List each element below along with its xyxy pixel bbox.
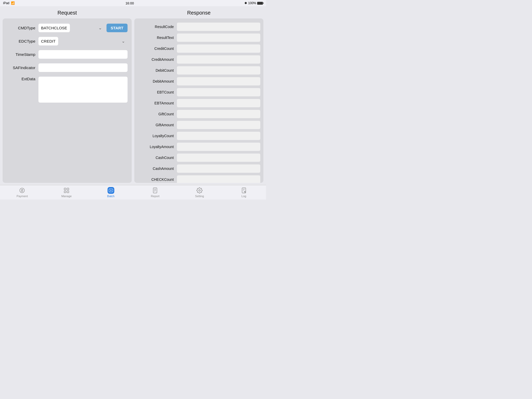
timestamp-row: TimeStamp xyxy=(7,50,128,59)
payment-icon xyxy=(19,187,25,194)
response-row: GiftCount xyxy=(137,110,260,118)
response-row: GiftAmount xyxy=(137,121,260,129)
response-label-giftcount: GiftCount xyxy=(137,112,174,116)
timestamp-label: TimeStamp xyxy=(7,52,35,57)
edctype-select-wrapper: CREDIT xyxy=(38,37,128,45)
response-field-resulttext[interactable] xyxy=(177,34,260,42)
request-title: Request xyxy=(3,8,132,18)
response-label-debitamount: DebitAmount xyxy=(137,79,174,83)
tab-log-label: Log xyxy=(242,195,246,198)
response-field-loyaltyamount[interactable] xyxy=(177,143,260,151)
svg-rect-3 xyxy=(64,191,66,193)
start-button[interactable]: START xyxy=(107,24,128,32)
cmdtype-controls: BATCHCLOSE START xyxy=(38,24,128,32)
response-row: LoyaltyAmount xyxy=(137,143,260,151)
response-row: CreditAmount xyxy=(137,55,260,64)
manage-icon xyxy=(63,187,70,194)
response-panel: Response ResultCodeResultTextCreditCount… xyxy=(134,8,263,183)
tab-setting[interactable]: Setting xyxy=(177,187,222,198)
response-field-ebtamount[interactable] xyxy=(177,99,260,107)
response-card: ResultCodeResultTextCreditCountCreditAmo… xyxy=(134,18,263,183)
svg-rect-1 xyxy=(64,188,66,190)
response-row: LoyaltyCount xyxy=(137,132,260,140)
tab-setting-label: Setting xyxy=(195,195,204,198)
response-field-debitamount[interactable] xyxy=(177,77,260,85)
extdata-row: ExtData xyxy=(7,77,128,103)
response-field-giftcount[interactable] xyxy=(177,110,260,118)
response-row: CreditCount xyxy=(137,44,260,53)
response-field-checkcount[interactable] xyxy=(177,175,260,183)
response-label-creditcount: CreditCount xyxy=(137,46,174,51)
response-field-resultcode[interactable] xyxy=(177,23,260,31)
svg-rect-4 xyxy=(67,191,69,193)
cmdtype-label: CMDType xyxy=(7,26,35,30)
tab-payment[interactable]: Payment xyxy=(0,187,44,198)
response-row: CHECKCount xyxy=(137,175,260,183)
status-time: 16:00 xyxy=(125,1,134,5)
svg-point-10 xyxy=(199,190,200,191)
safindicator-label: SAFIndicator xyxy=(7,65,35,70)
response-label-cashamount: CashAmount xyxy=(137,167,174,171)
extdata-label: ExtData xyxy=(7,77,35,81)
request-card: CMDType BATCHCLOSE START EDCType CREDIT xyxy=(3,18,132,183)
cmdtype-select-wrapper: BATCHCLOSE xyxy=(38,24,104,32)
svg-rect-11 xyxy=(242,188,246,193)
response-label-ebtcount: EBTCount xyxy=(137,90,174,94)
svg-rect-6 xyxy=(153,188,157,193)
status-left: iPad 📶 xyxy=(3,1,15,5)
cmdtype-select[interactable]: BATCHCLOSE xyxy=(38,24,70,32)
response-field-debitcount[interactable] xyxy=(177,66,260,75)
response-label-creditamount: CreditAmount xyxy=(137,57,174,62)
response-label-giftamount: GiftAmount xyxy=(137,123,174,127)
response-field-creditamount[interactable] xyxy=(177,55,260,64)
response-label-cashcount: CashCount xyxy=(137,156,174,160)
safindicator-input[interactable] xyxy=(38,63,128,72)
svg-point-14 xyxy=(244,191,245,192)
svg-rect-2 xyxy=(67,188,69,190)
response-label-debitcount: DebitCount xyxy=(137,68,174,72)
tab-batch[interactable]: Batch xyxy=(89,187,133,198)
bluetooth-icon: ✱ xyxy=(244,1,247,5)
response-row: EBTCount xyxy=(137,88,260,96)
tab-report-label: Report xyxy=(151,195,159,198)
tab-report[interactable]: Report xyxy=(133,187,177,198)
log-icon xyxy=(241,187,247,194)
status-right: ✱ 100% xyxy=(244,1,263,5)
response-field-giftamount[interactable] xyxy=(177,121,260,129)
request-panel: Request CMDType BATCHCLOSE START EDCType xyxy=(3,8,132,183)
response-row: DebitCount xyxy=(137,66,260,75)
batch-icon xyxy=(108,187,114,194)
response-label-loyaltycount: LoyaltyCount xyxy=(137,134,174,138)
battery-percent: 100% xyxy=(248,1,256,5)
tab-manage-label: Manage xyxy=(61,195,72,198)
response-row: CashCount xyxy=(137,154,260,162)
extdata-textarea[interactable] xyxy=(38,77,128,103)
response-field-creditcount[interactable] xyxy=(177,44,260,53)
battery-icon xyxy=(257,2,263,5)
tab-log[interactable]: Log xyxy=(222,187,266,198)
edctype-select[interactable]: CREDIT xyxy=(38,37,58,45)
response-label-resultcode: ResultCode xyxy=(137,25,174,29)
response-label-ebtamount: EBTAmount xyxy=(137,101,174,105)
edctype-label: EDCType xyxy=(7,39,35,43)
report-icon xyxy=(152,187,158,194)
response-field-cashcount[interactable] xyxy=(177,154,260,162)
response-row: ResultText xyxy=(137,34,260,42)
response-row: EBTAmount xyxy=(137,99,260,107)
response-row: ResultCode xyxy=(137,23,260,31)
response-field-ebtcount[interactable] xyxy=(177,88,260,96)
safindicator-row: SAFIndicator xyxy=(7,63,128,72)
response-field-cashamount[interactable] xyxy=(177,164,260,173)
response-field-loyaltycount[interactable] xyxy=(177,132,260,140)
tab-manage[interactable]: Manage xyxy=(44,187,89,198)
setting-icon xyxy=(196,187,203,194)
response-label-resulttext: ResultText xyxy=(137,36,174,40)
response-label-loyaltyamount: LoyaltyAmount xyxy=(137,145,174,149)
status-bar: iPad 📶 16:00 ✱ 100% xyxy=(0,0,266,6)
timestamp-input[interactable] xyxy=(38,50,128,59)
edctype-row: EDCType CREDIT xyxy=(7,37,128,45)
response-row: DebitAmount xyxy=(137,77,260,85)
response-label-checkcount: CHECKCount xyxy=(137,177,174,182)
tab-bar: Payment Manage Batch Report Setting Log xyxy=(0,185,266,200)
wifi-icon: 📶 xyxy=(11,1,15,5)
